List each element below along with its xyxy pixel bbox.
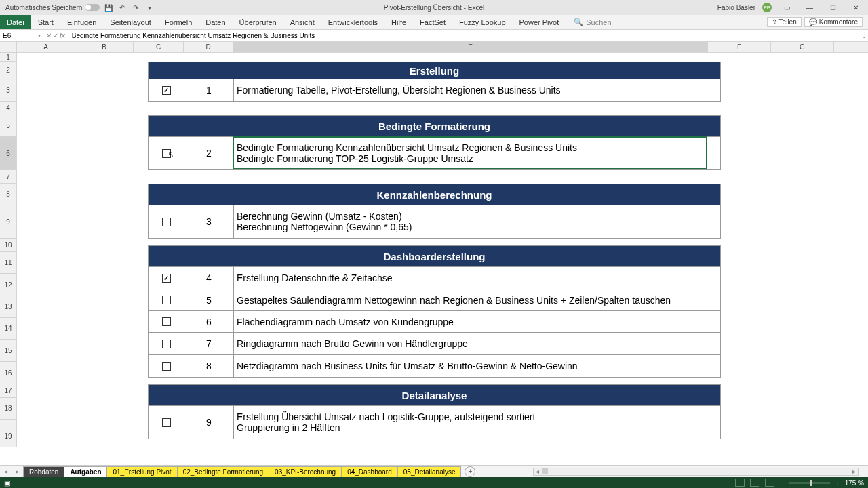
task-row: ↖2Bedingte Formatierung Kennzahlenübersi… bbox=[148, 137, 721, 170]
zoom-slider[interactable] bbox=[789, 482, 830, 484]
row-header-16[interactable]: 16 bbox=[0, 362, 16, 384]
col-header-F[interactable]: F bbox=[708, 42, 771, 52]
scroll-right-icon[interactable]: ▸ bbox=[850, 468, 858, 475]
sheet-tab-rohdaten[interactable]: Rohdaten bbox=[23, 466, 64, 477]
checkbox[interactable] bbox=[162, 340, 171, 348]
horizontal-scrollbar[interactable]: ◂ ▸ bbox=[533, 468, 859, 476]
comments-button[interactable]: 💬Kommentare bbox=[804, 17, 863, 27]
col-header-D[interactable]: D bbox=[184, 42, 233, 52]
checkbox[interactable] bbox=[162, 296, 171, 304]
ribbon-display-icon[interactable]: ▭ bbox=[778, 2, 795, 13]
checkbox[interactable] bbox=[162, 418, 171, 427]
block-kennzahlenberechnung: Kennzahlenberechnung3Berechnung Gewinn (… bbox=[148, 184, 721, 239]
save-icon[interactable]: 💾 bbox=[104, 3, 113, 12]
row-header-1[interactable]: 1 bbox=[0, 53, 16, 62]
col-header-A[interactable]: A bbox=[17, 42, 75, 52]
task-number: 7 bbox=[184, 333, 234, 354]
row-header-12[interactable]: 12 bbox=[0, 274, 16, 296]
ribbon-tab-seitenlayout[interactable]: Seitenlayout bbox=[103, 15, 158, 29]
row-header-6[interactable]: 6 bbox=[0, 137, 16, 170]
row-header-14[interactable]: 14 bbox=[0, 318, 16, 340]
search-box[interactable]: 🔍 Suchen bbox=[574, 18, 611, 26]
checkbox[interactable] bbox=[162, 362, 171, 371]
zoom-in-icon[interactable]: + bbox=[835, 479, 840, 487]
row-header-10[interactable]: 10 bbox=[0, 239, 16, 252]
checkbox[interactable]: ✓ bbox=[162, 274, 171, 283]
enter-icon[interactable]: ✓ bbox=[53, 32, 58, 39]
ribbon-tab-fuzzy lookup[interactable]: Fuzzy Lookup bbox=[452, 15, 512, 29]
cancel-icon[interactable]: ✕ bbox=[46, 32, 52, 39]
row-header-15[interactable]: 15 bbox=[0, 340, 16, 362]
normal-view-icon[interactable] bbox=[735, 479, 745, 487]
row-header-17[interactable]: 17 bbox=[0, 384, 16, 398]
fx-icon[interactable]: fx bbox=[60, 32, 65, 39]
ribbon-tab-daten[interactable]: Daten bbox=[199, 15, 232, 29]
user-avatar[interactable]: FB bbox=[762, 3, 772, 12]
col-header-G[interactable]: G bbox=[771, 42, 834, 52]
row-header-2[interactable]: 2 bbox=[0, 62, 16, 79]
select-all-corner[interactable] bbox=[0, 42, 17, 52]
row-header-13[interactable]: 13 bbox=[0, 296, 16, 318]
col-header-B[interactable]: B bbox=[75, 42, 134, 52]
checkbox-cell bbox=[149, 406, 184, 439]
zoom-level[interactable]: 175 % bbox=[845, 479, 864, 487]
redo-icon[interactable]: ↷ bbox=[131, 3, 140, 12]
close-icon[interactable]: ✕ bbox=[848, 2, 864, 13]
minimize-icon[interactable]: — bbox=[802, 2, 818, 13]
ribbon-tab-entwicklertools[interactable]: Entwicklertools bbox=[321, 15, 384, 29]
ribbon-tab-datei[interactable]: Datei bbox=[0, 15, 31, 29]
ribbon-tab-überprüfen[interactable]: Überprüfen bbox=[233, 15, 283, 29]
qat-dropdown-icon[interactable]: ▾ bbox=[144, 3, 154, 12]
row-header-8[interactable]: 8 bbox=[0, 184, 16, 205]
record-macro-icon[interactable]: ▣ bbox=[0, 479, 10, 487]
new-sheet-button[interactable]: + bbox=[465, 466, 475, 477]
name-box[interactable]: E6 bbox=[0, 30, 43, 41]
cells-area[interactable]: Erstellung✓1Formatierung Tabelle, Pivot-… bbox=[17, 53, 868, 447]
task-description: Bedingte Formatierung Kennzahlenübersich… bbox=[234, 137, 720, 169]
checkbox[interactable]: ✓ bbox=[162, 86, 171, 95]
row-header-19[interactable]: 19 bbox=[0, 420, 16, 447]
row-header-11[interactable]: 11 bbox=[0, 252, 16, 274]
checkbox[interactable] bbox=[162, 317, 171, 326]
ribbon-tab-start[interactable]: Start bbox=[31, 15, 60, 29]
ribbon-tab-formeln[interactable]: Formeln bbox=[158, 15, 199, 29]
zoom-out-icon[interactable]: − bbox=[780, 479, 784, 487]
grid: 12345678910111213141516171819 Erstellung… bbox=[0, 53, 868, 447]
ribbon-tab-factset[interactable]: FactSet bbox=[413, 15, 452, 29]
ribbon-tab-ansicht[interactable]: Ansicht bbox=[283, 15, 321, 29]
page-break-icon[interactable] bbox=[765, 479, 774, 487]
username[interactable]: Fabio Basler bbox=[717, 4, 755, 12]
scroll-left-icon[interactable]: ◂ bbox=[534, 468, 541, 475]
share-button[interactable]: ⇪Teilen bbox=[767, 17, 802, 27]
row-header-5[interactable]: 5 bbox=[0, 115, 16, 137]
maximize-icon[interactable]: ☐ bbox=[825, 2, 841, 13]
ribbon-tab-hilfe[interactable]: Hilfe bbox=[384, 15, 413, 29]
row-header-4[interactable]: 4 bbox=[0, 102, 16, 115]
sheet-tab-03_kpi-berechnung[interactable]: 03_KPI-Berechnung bbox=[269, 466, 342, 477]
expand-formula-icon[interactable]: ⌄ bbox=[860, 32, 868, 39]
sheet-tab-01_erstellung pivot[interactable]: 01_Erstellung Pivot bbox=[106, 466, 177, 477]
tab-nav-next-icon[interactable]: ▸ bbox=[12, 468, 23, 475]
tab-nav-prev-icon[interactable]: ◂ bbox=[0, 468, 12, 475]
task-row: 8Netzdiagramm nach Business Units für Um… bbox=[148, 355, 721, 378]
row-header-7[interactable]: 7 bbox=[0, 170, 16, 184]
ribbon-tab-power pivot[interactable]: Power Pivot bbox=[513, 15, 566, 29]
col-header-E[interactable]: E bbox=[233, 42, 708, 52]
sheet-tab-05_detailanalyse[interactable]: 05_Detailanalyse bbox=[397, 466, 462, 477]
row-header-9[interactable]: 9 bbox=[0, 205, 16, 239]
page-layout-icon[interactable] bbox=[750, 479, 760, 487]
undo-icon[interactable]: ↶ bbox=[117, 3, 127, 12]
checkbox[interactable] bbox=[162, 218, 171, 226]
task-description: Berechnung Gewinn (Umsatz - Kosten)Berec… bbox=[234, 205, 720, 238]
comment-icon: 💬 bbox=[809, 18, 817, 26]
sheet-tab-04_dashboard[interactable]: 04_Dashboard bbox=[341, 466, 398, 477]
row-header-18[interactable]: 18 bbox=[0, 398, 16, 420]
col-header-C[interactable]: C bbox=[134, 42, 184, 52]
formula-input[interactable]: Bedingte Formatierung Kennzahlenübersich… bbox=[68, 30, 860, 41]
autosave-toggle[interactable]: Automatisches Speichern bbox=[5, 4, 100, 12]
sheet-tab-02_bedingte formatierung[interactable]: 02_Bedingte Formatierung bbox=[177, 466, 269, 477]
row-header-3[interactable]: 3 bbox=[0, 79, 16, 102]
ribbon-tab-einfügen[interactable]: Einfügen bbox=[60, 15, 103, 29]
sheet-tab-aufgaben[interactable]: Aufgaben bbox=[64, 466, 107, 477]
cursor-icon: ↖ bbox=[168, 150, 174, 158]
